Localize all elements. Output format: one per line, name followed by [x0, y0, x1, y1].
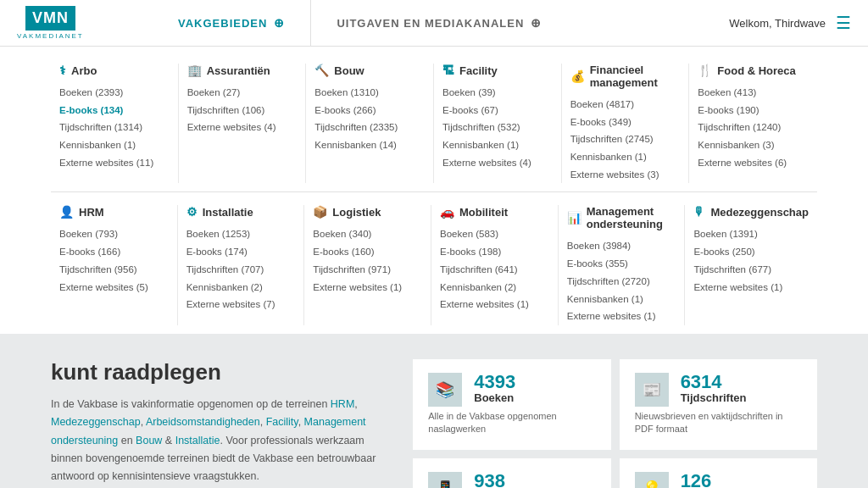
stat-number: 938 [474, 472, 595, 488]
cat-column-medezeggenschap: 🎙MedezeggenschapBoeken (1391)E-books (25… [685, 205, 817, 324]
facility-link[interactable]: Facility [266, 416, 298, 428]
stat-header: 📚 4393 Boeken [428, 373, 595, 407]
nav-vakgebieden-icon: ⊕ [274, 16, 285, 30]
stat-number: 126 [681, 472, 802, 488]
cat-item: Boeken (27) [187, 84, 298, 102]
cat-item: Tijdschriften (956) [59, 261, 169, 279]
cat-item: Tijdschriften (2335) [314, 119, 425, 136]
stat-content: 4393 Boeken [474, 373, 595, 406]
cat-title: 🏢Assurantiën [187, 64, 298, 77]
cat-item[interactable]: E-books (134) [59, 102, 170, 119]
stat-icon: 📚 [428, 373, 462, 407]
cat-icon: 🔨 [314, 64, 329, 77]
cat-item: Externe websites (7) [186, 296, 296, 313]
cat-icon: 🏢 [187, 64, 202, 77]
cat-item: Externe websites (4) [442, 154, 553, 172]
cat-title: 🚗Mobiliteit [440, 205, 549, 219]
cat-icon: 🎙 [693, 205, 705, 219]
hrm-link[interactable]: HRM [331, 398, 354, 410]
cat-item: Tijdschriften (641) [440, 261, 549, 279]
cat-item: Kennisbanken (3) [698, 136, 809, 154]
cat-title: ⚕Arbo [59, 64, 170, 77]
cat-item: Kennisbanken (2) [186, 279, 296, 297]
cat-item: Tijdschriften (532) [442, 119, 553, 136]
stat-header: 💡 126 Kennisbanken [635, 472, 802, 488]
cat-item: Boeken (1253) [186, 225, 296, 243]
nav-area: VAKGEBIEDEN ⊕ UITGAVEN EN MEDIAKANALEN ⊕ [153, 0, 729, 47]
stat-header: 📰 6314 Tijdschriften [635, 373, 802, 407]
arbeidsomstandigheden-link[interactable]: Arbeidsomstandigheden [146, 416, 260, 428]
stat-icon: 📱 [428, 472, 462, 488]
installatie-link[interactable]: Installatie [175, 435, 220, 446]
stat-content: 6314 Tijdschriften [681, 373, 802, 406]
cat-column-management-ondersteuning: 📊Management ondersteuningBoeken (3984)E-… [559, 205, 686, 324]
cat-item: Boeken (583) [440, 225, 549, 243]
medezeggenschap-link[interactable]: Medezeggenschap [51, 416, 141, 428]
cat-item: Boeken (1310) [314, 84, 425, 102]
cat-title: 👤HRM [59, 205, 169, 219]
cat-item: Boeken (39) [442, 84, 553, 102]
bouw-link[interactable]: Bouw [136, 435, 162, 446]
nav-uitgaven[interactable]: UITGAVEN EN MEDIAKANALEN ⊕ [311, 0, 567, 47]
stat-label: Boeken [474, 391, 595, 404]
stat-label: Tijdschriften [681, 391, 802, 404]
cat-item: E-books (266) [314, 102, 425, 119]
categories-section: ⚕ArboBoeken (2393)E-books (134)Tijdschri… [0, 47, 868, 334]
nav-uitgaven-icon: ⊕ [531, 16, 542, 30]
cat-column-food-&-horeca: 🍴Food & HorecaBoeken (413)E-books (190)T… [689, 64, 817, 183]
cat-title-text: Mobiliteit [459, 206, 508, 219]
cat-title: 💰Financieel management [570, 64, 681, 89]
cat-title-text: Logistiek [332, 206, 381, 219]
cat-title-text: HRM [79, 206, 104, 219]
cat-title: 🎙Medezeggenschap [693, 205, 809, 219]
cat-item: Externe websites (11) [59, 154, 170, 172]
stat-card-tijdschriften: 📰 6314 Tijdschriften Nieuwsbrieven en va… [620, 359, 817, 450]
stat-desc: Nieuwsbrieven en vaktijdschriften in PDF… [635, 410, 802, 436]
stat-card-kennisbanken: 💡 126 Kennisbanken Hier treft u meerder … [620, 458, 817, 488]
cat-column-arbo: ⚕ArboBoeken (2393)E-books (134)Tijdschri… [51, 64, 179, 183]
nav-uitgaven-label: UITGAVEN EN MEDIAKANALEN [337, 17, 524, 30]
cat-item: Externe websites (3) [570, 166, 681, 184]
cat-title-text: Facility [459, 64, 498, 77]
cat-item: Tijdschriften (677) [693, 261, 809, 279]
logo-area: VMN VAKMEDIANET [17, 6, 153, 40]
vakbase-title-text: kunt raadplegen [51, 359, 221, 385]
cat-title: ⚙Installatie [186, 205, 296, 219]
cat-title: 🔨Bouw [314, 64, 425, 77]
logo-sub: VAKMEDIANET [17, 32, 84, 40]
cat-title-text: Bouw [334, 64, 364, 77]
cat-item: Kennisbanken (1) [570, 148, 681, 166]
cat-title: 🏗Facility [442, 64, 553, 77]
cat-item: Boeken (4817) [570, 96, 681, 114]
cat-column-mobiliteit: 🚗MobiliteitBoeken (583)E-books (198)Tijd… [431, 205, 559, 324]
cat-item: Externe websites (5) [59, 279, 169, 297]
cat-column-assurantiën: 🏢AssurantiënBoeken (27)Tijdschriften (10… [179, 64, 307, 183]
cat-item: Boeken (413) [698, 84, 809, 102]
cat-item: E-books (355) [567, 255, 676, 273]
cat-icon: 🚗 [440, 205, 454, 219]
cat-item: Boeken (2393) [59, 84, 170, 102]
cat-item: Boeken (340) [313, 225, 422, 243]
cat-item: E-books (198) [440, 243, 549, 261]
cat-item: E-books (67) [442, 102, 553, 119]
stat-icon: 💡 [635, 472, 669, 488]
cat-item: Externe websites (1) [567, 308, 676, 325]
cat-title-text: Arbo [71, 64, 97, 77]
hamburger-icon[interactable]: ☰ [836, 13, 851, 33]
cat-item: Kennisbanken (14) [314, 136, 425, 154]
vakbase-info: kunt raadplegen In de Vakbase is vakinfo… [51, 359, 387, 488]
stat-card-boeken: 📚 4393 Boeken Alle in de Vakbase opgenom… [413, 359, 610, 450]
cat-item: E-books (166) [59, 243, 169, 261]
categories-grid-row2: 👤HRMBoeken (793)E-books (166)Tijdschrift… [51, 205, 817, 324]
cat-item: Boeken (793) [59, 225, 169, 243]
stat-card-e-books: 📱 938 E-books U heeft u een EPUB-reader … [413, 458, 610, 488]
stat-header: 📱 938 E-books [428, 472, 595, 488]
nav-vakgebieden[interactable]: VAKGEBIEDEN ⊕ [153, 0, 311, 47]
cat-item: Tijdschriften (971) [313, 261, 422, 279]
cat-item: E-books (349) [570, 114, 681, 131]
cat-item: Externe websites (1) [313, 279, 422, 297]
cat-item: Boeken (3984) [567, 237, 676, 255]
cat-column-logistiek: 📦LogistiekBoeken (340)E-books (160)Tijds… [304, 205, 431, 324]
categories-grid-row1: ⚕ArboBoeken (2393)E-books (134)Tijdschri… [51, 64, 817, 183]
stat-number: 4393 [474, 373, 595, 391]
